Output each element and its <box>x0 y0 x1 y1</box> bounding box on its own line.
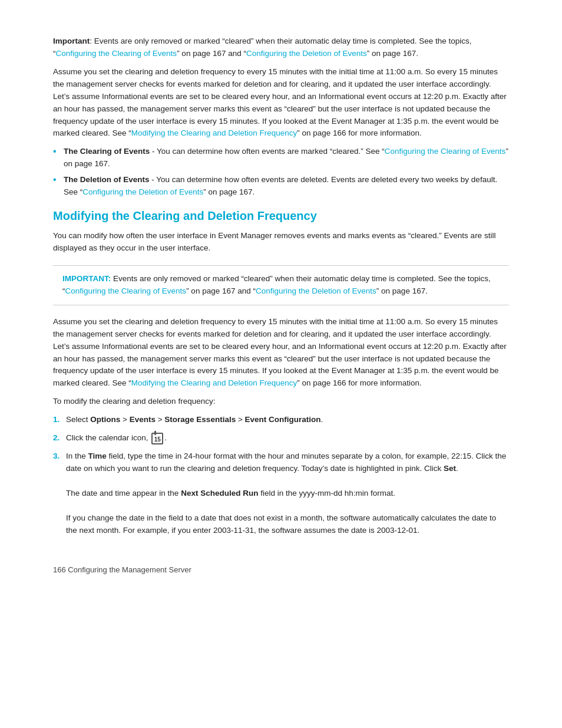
section-heading: Modifying the Clearing and Deletion Freq… <box>53 209 509 223</box>
step-1: 1. Select Options > Events > Storage Ess… <box>53 414 509 426</box>
top-important-para: Important: Events are only removed or ma… <box>53 35 509 60</box>
section-intro: You can modify how often the user interf… <box>53 230 509 255</box>
bullet1-bold: The Clearing of Events <box>64 147 150 156</box>
step3-sub2: If you change the date in the field to a… <box>66 513 496 535</box>
step-3: 3. In the Time field, type the time in 2… <box>53 450 509 536</box>
bullet-clearing: The Clearing of Events - You can determi… <box>53 146 509 170</box>
bullet2-bold: The Deletion of Events <box>64 175 150 184</box>
step3-num: 3. <box>53 450 59 463</box>
numbered-list: 1. Select Options > Events > Storage Ess… <box>53 414 509 536</box>
link-deletion-bullet[interactable]: Configuring the Deletion of Events <box>82 187 203 196</box>
step1-storage: Storage Essentials <box>164 415 236 424</box>
link-clearing-bullet[interactable]: Configuring the Clearing of Events <box>385 147 506 156</box>
to-modify-label: To modify the clearing and deletion freq… <box>53 396 509 408</box>
bullet-deletion: The Deletion of Events - You can determi… <box>53 174 509 199</box>
top-important-label: Important <box>53 37 90 45</box>
calendar-icon <box>151 433 163 444</box>
step3-time: Time <box>88 452 107 460</box>
page-content: Important: Events are only removed or ma… <box>0 0 562 610</box>
step-2: 2. Click the calendar icon, . <box>53 432 509 444</box>
link-modifying-section[interactable]: Modifying the Clearing and Deletion Freq… <box>131 378 297 387</box>
important-box: IMPORTANT: Events are only removed or ma… <box>53 265 509 305</box>
link-configuring-deletion-top[interactable]: Configuring the Deletion of Events <box>246 49 367 58</box>
link-configuring-clearing-top[interactable]: Configuring the Clearing of Events <box>56 49 177 58</box>
bullet-list: The Clearing of Events - You can determi… <box>53 146 509 199</box>
step3-next-run: Next Scheduled Run <box>181 489 258 498</box>
link-modifying-top[interactable]: Modifying the Clearing and Deletion Freq… <box>131 129 297 137</box>
link-clearing-box[interactable]: Configuring the Clearing of Events <box>65 286 187 295</box>
step1-num: 1. <box>53 414 59 426</box>
footer-text: 166 Configuring the Management Server <box>53 565 191 574</box>
step1-options: Options <box>90 415 120 424</box>
step1-events: Events <box>130 415 156 424</box>
page-footer: 166 Configuring the Management Server <box>53 561 509 574</box>
top-para1: Assume you set the clearing and deletion… <box>53 66 509 140</box>
step1-eventconfig: Event Configuration <box>245 415 321 424</box>
important-box-content: IMPORTANT: Events are only removed or ma… <box>62 273 500 298</box>
step2-num: 2. <box>53 432 59 444</box>
important-box-label: IMPORTANT: <box>62 274 111 283</box>
step3-set: Set <box>444 464 456 473</box>
link-deletion-box[interactable]: Configuring the Deletion of Events <box>256 286 376 295</box>
section-para2: Assume you set the clearing and deletion… <box>53 316 509 390</box>
